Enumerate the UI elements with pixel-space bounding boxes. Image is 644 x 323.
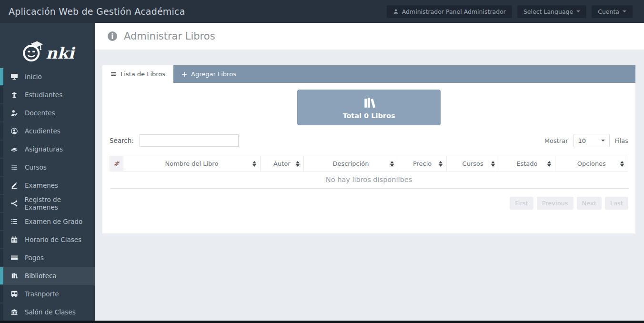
sidebar-item-salon-de-clases[interactable]: Salón de Clases xyxy=(0,303,95,321)
page-size-group: Mostrar 10 Filas xyxy=(544,134,628,147)
tab-lista-de-libros[interactable]: Lista de Libros xyxy=(102,65,173,83)
total-books-label: Total 0 Libros xyxy=(342,112,395,120)
books-icon xyxy=(10,272,19,280)
sidebar-item-estudiantes[interactable]: Estudiantes xyxy=(0,86,95,104)
rows-label: Filas xyxy=(615,137,629,144)
sidebar-item-registro-de-examenes[interactable]: Registro de Examenes xyxy=(0,194,95,212)
page-header: Administrar Libros xyxy=(95,23,644,50)
sidebar-item-label: Pagos xyxy=(25,254,44,262)
search-input[interactable] xyxy=(140,134,239,147)
pagination-next-button[interactable]: Next xyxy=(577,197,602,210)
pagination-first-button[interactable]: First xyxy=(510,197,533,210)
sidebar-item-label: Biblioteca xyxy=(25,272,57,280)
sidebar-item-pagos[interactable]: Pagos xyxy=(0,249,95,267)
window-bottom-edge xyxy=(0,321,644,323)
sidebar-item-label: Estudiantes xyxy=(25,91,62,99)
sidebar-item-label: Trasnporte xyxy=(25,290,59,298)
tab-agregar-libros[interactable]: Agregar Libros xyxy=(173,65,244,83)
language-label: Select Language xyxy=(523,8,573,15)
sidebar-item-inicio[interactable]: Inicio xyxy=(0,68,95,86)
sidebar-item-horario-de-clases[interactable]: Horario de Clases xyxy=(0,231,95,249)
user-icon xyxy=(393,9,399,14)
pagination-last-button[interactable]: Last xyxy=(605,197,628,210)
sidebar-item-label: Examen de Grado xyxy=(25,218,82,225)
sidebar-item-asignaturas[interactable]: Asignaturas xyxy=(0,140,95,158)
sort-icon xyxy=(439,161,443,167)
rows-per-page-select[interactable]: 10 xyxy=(574,134,610,147)
sidebar-item-label: Inicio xyxy=(25,73,42,81)
sidebar-item-acudientes[interactable]: Acudientes xyxy=(0,122,95,140)
network-icon xyxy=(10,200,19,207)
sidebar-item-trasnporte[interactable]: Trasnporte xyxy=(0,285,95,303)
topbar: Aplicación Web de Gestión Académica Admi… xyxy=(0,0,644,23)
enki-smiley-icon xyxy=(20,40,45,63)
sidebar-item-biblioteca[interactable]: Biblioteca xyxy=(0,267,95,285)
sort-icon xyxy=(252,161,256,167)
sidebar-item-cursos[interactable]: Cursos xyxy=(0,158,95,176)
sidebar-item-label: Registro de Examenes xyxy=(25,196,95,211)
language-dropdown[interactable]: Select Language xyxy=(517,5,586,18)
app-title: Aplicación Web de Gestión Académica xyxy=(9,6,185,17)
enki-logo: nki xyxy=(0,23,95,66)
column-header-opciones[interactable]: Opciones xyxy=(555,156,628,172)
sidebar-item-label: Asignaturas xyxy=(25,145,63,153)
list-bars-icon xyxy=(111,71,117,77)
sort-icon xyxy=(620,161,624,167)
books-panel: Lista de Libros Agregar Libros Total 0 L… xyxy=(102,65,635,233)
admin-panel-button[interactable]: Administrador Panel Administrador xyxy=(387,5,512,18)
main-content: Administrar Libros Lista de Libros Agreg… xyxy=(95,23,644,323)
rows-per-page-value: 10 xyxy=(578,137,586,144)
tasks-icon xyxy=(10,163,19,171)
column-header-autor[interactable]: Autor xyxy=(260,156,303,172)
page-title: Administrar Libros xyxy=(124,30,215,42)
sort-icon xyxy=(547,161,551,167)
sidebar-item-docentes[interactable]: Docentes xyxy=(0,104,95,122)
books-icon xyxy=(362,96,376,110)
pencil-icon xyxy=(10,182,19,189)
sidebar-item-examenes[interactable]: Examenes xyxy=(0,176,95,194)
pagination-previous-button[interactable]: Previous xyxy=(537,197,574,210)
column-label: Descripción xyxy=(332,160,369,167)
column-label: Precio xyxy=(413,160,432,167)
table-controls: Search: Mostrar 10 Filas xyxy=(110,134,628,147)
chevron-down-icon xyxy=(601,140,605,141)
list-icon xyxy=(10,218,19,225)
table-header-row: # Nombre del Libro Autor Descripción Pre… xyxy=(110,156,628,172)
calendar-icon xyxy=(10,236,19,243)
column-header-estado[interactable]: Estado xyxy=(499,156,555,172)
column-header-precio[interactable]: Precio xyxy=(398,156,446,172)
column-header-cursos[interactable]: Cursos xyxy=(447,156,499,172)
pagination: First Previous Next Last xyxy=(110,197,628,210)
tab-bar: Lista de Libros Agregar Libros xyxy=(102,65,635,83)
column-label: Cursos xyxy=(463,160,483,167)
books-table: # Nombre del Libro Autor Descripción Pre… xyxy=(110,156,628,189)
total-books-card[interactable]: Total 0 Libros xyxy=(297,90,441,125)
sidebar-item-label: Examenes xyxy=(25,182,58,189)
account-dropdown[interactable]: Cuenta xyxy=(592,5,633,18)
chevron-down-icon xyxy=(576,10,580,12)
sidebar-item-examen-de-grado[interactable]: Examen de Grado xyxy=(0,212,95,231)
sidebar-item-label: Docentes xyxy=(25,109,55,117)
sidebar-item-label: Horario de Clases xyxy=(25,236,81,243)
column-header-index[interactable]: # xyxy=(110,156,123,172)
tab-label: Lista de Libros xyxy=(121,71,165,78)
sidebar-item-label: Cursos xyxy=(25,163,47,171)
plus-icon xyxy=(181,71,187,77)
sort-icon xyxy=(390,161,394,167)
column-label: Estado xyxy=(516,160,537,167)
sidebar-item-label: Salón de Clases xyxy=(25,308,76,316)
info-icon xyxy=(107,31,118,41)
column-label: Opciones xyxy=(577,160,606,167)
hash-icon: # xyxy=(113,160,120,167)
graduate-icon xyxy=(10,91,19,99)
search-label: Search: xyxy=(110,137,134,144)
show-label: Mostrar xyxy=(544,137,568,144)
column-header-descripcion[interactable]: Descripción xyxy=(303,156,398,172)
sidebar-item-label: Acudientes xyxy=(25,127,60,135)
topbar-actions: Administrador Panel Administrador Select… xyxy=(387,5,633,18)
logo-text: nki xyxy=(46,45,74,63)
column-header-nombre[interactable]: Nombre del Libro xyxy=(123,156,260,172)
bank-icon xyxy=(10,308,19,316)
panel-body: Total 0 Libros Search: Mostrar 10 Filas xyxy=(102,90,635,232)
search-group: Search: xyxy=(110,134,239,147)
